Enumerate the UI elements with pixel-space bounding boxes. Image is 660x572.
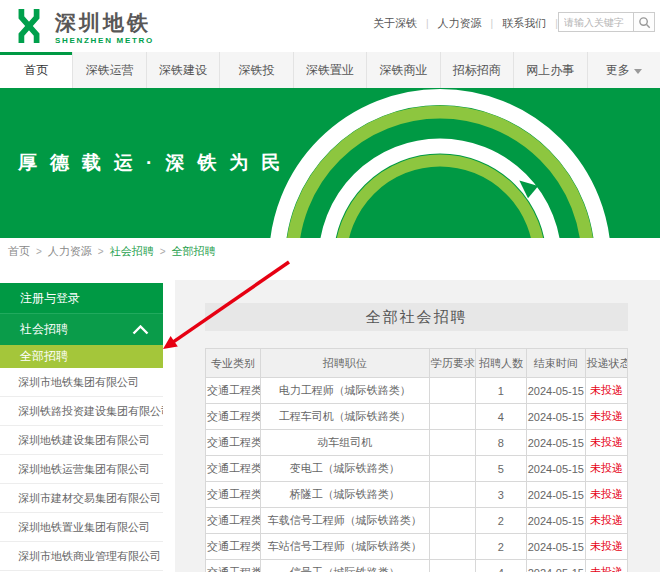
status-badge: 未投递 <box>585 508 627 534</box>
col-header-status: 投递状态 <box>585 349 627 378</box>
status-badge: 未投递 <box>585 378 627 404</box>
link-hr[interactable]: 人力资源 <box>438 16 482 31</box>
main-nav: 首页 深铁运营 深铁建设 深铁投 深铁置业 深铁商业 招标招商 网上办事 更多 <box>0 52 660 88</box>
metro-logo-icon <box>10 7 48 49</box>
sidebar-item-company-3[interactable]: 深圳地铁运营集团有限公司 <box>0 455 163 484</box>
nav-item-bidding[interactable]: 招标招商 <box>441 52 514 88</box>
nav-item-investment[interactable]: 深铁投 <box>220 52 293 88</box>
col-header-category: 专业类别 <box>206 349 261 378</box>
sidebar-item-all-recruitment[interactable]: 全部招聘 <box>0 345 163 368</box>
breadcrumb: 首页 > 人力资源 > 社会招聘 > 全部招聘 <box>0 238 660 265</box>
table-row[interactable]: 交通工程类工程车司机（城际铁路类）42024-05-15未投递 <box>206 404 628 430</box>
sidebar-item-company-1[interactable]: 深圳铁路投资建设集团有限公司 <box>0 397 163 426</box>
shenzhen-metro-recruitment-page: 深圳地铁 SHENZHEN METRO 关于深铁 | 人力资源 | 联系我们 |… <box>0 0 660 572</box>
breadcrumb-social-recruitment[interactable]: 社会招聘 <box>110 244 154 259</box>
chevron-down-icon <box>634 69 642 74</box>
search-box <box>558 12 655 32</box>
nav-item-online-services[interactable]: 网上办事 <box>514 52 587 88</box>
logo-text: 深圳地铁 SHENZHEN METRO <box>55 12 154 45</box>
sidebar-section-social-recruitment[interactable]: 社会招聘 <box>0 314 163 345</box>
main-content: 全部社会招聘 专业类别 招聘职位 学历要求 招聘人数 结束时间 投递状态 交通工… <box>175 280 660 572</box>
status-badge: 未投递 <box>585 482 627 508</box>
search-icon <box>638 16 651 29</box>
logo-title: 深圳地铁 <box>55 12 154 33</box>
status-badge: 未投递 <box>585 404 627 430</box>
search-input[interactable] <box>559 13 633 31</box>
breadcrumb-separator: > <box>160 246 166 257</box>
status-badge: 未投递 <box>585 560 627 572</box>
logo-subtitle: SHENZHEN METRO <box>55 36 154 45</box>
breadcrumb-separator: > <box>98 246 104 257</box>
col-header-education: 学历要求 <box>429 349 475 378</box>
nav-item-home[interactable]: 首页 <box>0 52 73 88</box>
link-contact[interactable]: 联系我们 <box>502 16 546 31</box>
table-row[interactable]: 交通工程类电力工程师（城际铁路类）12024-05-15未投递 <box>206 378 628 404</box>
status-badge: 未投递 <box>585 456 627 482</box>
link-separator: | <box>426 18 429 29</box>
site-header: 深圳地铁 SHENZHEN METRO 关于深铁 | 人力资源 | 联系我们 |… <box>0 0 660 53</box>
col-header-position: 招聘职位 <box>260 349 429 378</box>
nav-item-commerce[interactable]: 深铁商业 <box>367 52 440 88</box>
job-table: 专业类别 招聘职位 学历要求 招聘人数 结束时间 投递状态 交通工程类电力工程师… <box>205 348 628 572</box>
table-row[interactable]: 交通工程类变电工（城际铁路类）52024-05-15未投递 <box>206 456 628 482</box>
link-about[interactable]: 关于深铁 <box>373 16 417 31</box>
job-table-header-row: 专业类别 招聘职位 学历要求 招聘人数 结束时间 投递状态 <box>206 349 628 378</box>
hero-banner: 厚德载运·深铁为民 <box>0 88 660 238</box>
nav-item-operation[interactable]: 深铁运营 <box>73 52 146 88</box>
col-header-count: 招聘人数 <box>476 349 527 378</box>
table-row[interactable]: 交通工程类动车组司机82024-05-15未投递 <box>206 430 628 456</box>
sidebar-item-company-4[interactable]: 深圳市建材交易集团有限公司 <box>0 484 163 513</box>
breadcrumb-home[interactable]: 首页 <box>8 244 30 259</box>
nav-item-construction[interactable]: 深铁建设 <box>147 52 220 88</box>
chevron-up-icon <box>132 325 149 335</box>
link-separator: | <box>491 18 494 29</box>
sidebar-item-register-login[interactable]: 注册与登录 <box>0 283 163 314</box>
breadcrumb-hr[interactable]: 人力资源 <box>48 244 92 259</box>
table-row[interactable]: 交通工程类车站信号工程师（城际铁路类）22024-05-15未投递 <box>206 534 628 560</box>
sidebar: 注册与登录 社会招聘 全部招聘 深圳市地铁集团有限公司 深圳铁路投资建设集团有限… <box>0 283 163 571</box>
nav-item-more[interactable]: 更多 <box>588 52 660 88</box>
page-title: 全部社会招聘 <box>205 303 628 331</box>
table-row[interactable]: 交通工程类桥隧工（城际铁路类）32024-05-15未投递 <box>206 482 628 508</box>
sidebar-item-company-5[interactable]: 深圳地铁置业集团有限公司 <box>0 513 163 542</box>
search-button[interactable] <box>633 13 654 31</box>
sidebar-item-company-6[interactable]: 深圳市地铁商业管理有限公司 <box>0 542 163 571</box>
breadcrumb-all-recruitment[interactable]: 全部招聘 <box>172 244 216 259</box>
table-row[interactable]: 交通工程类信号工（城际铁路类）42024-05-15未投递 <box>206 560 628 572</box>
breadcrumb-separator: > <box>36 246 42 257</box>
col-header-deadline: 结束时间 <box>526 349 585 378</box>
banner-slogan: 厚德载运·深铁为民 <box>18 150 293 176</box>
table-row[interactable]: 交通工程类车载信号工程师（城际铁路类）22024-05-15未投递 <box>206 508 628 534</box>
status-badge: 未投递 <box>585 534 627 560</box>
sidebar-item-company-2[interactable]: 深圳地铁建设集团有限公司 <box>0 426 163 455</box>
sidebar-item-company-0[interactable]: 深圳市地铁集团有限公司 <box>0 368 163 397</box>
status-badge: 未投递 <box>585 430 627 456</box>
nav-item-property[interactable]: 深铁置业 <box>294 52 367 88</box>
metro-logo[interactable]: 深圳地铁 SHENZHEN METRO <box>10 7 154 49</box>
